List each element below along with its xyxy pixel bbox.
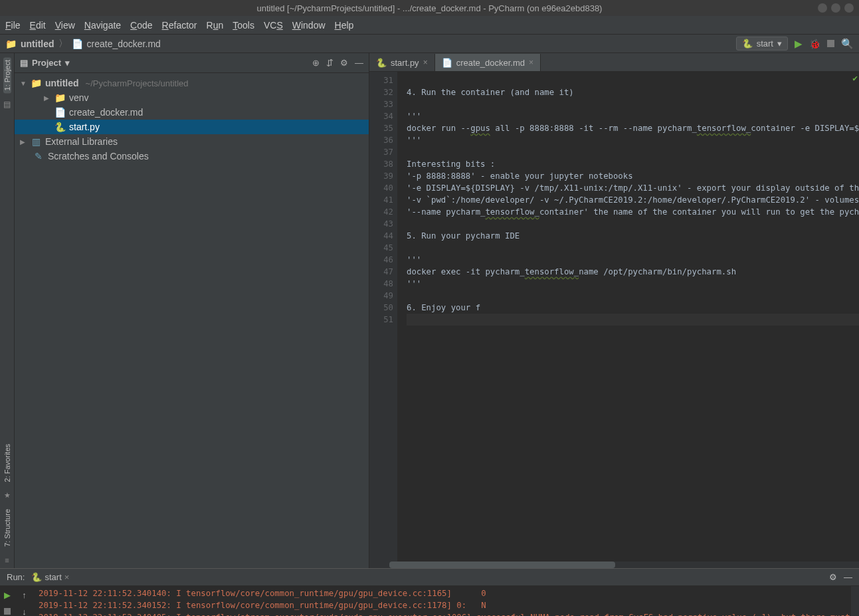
menu-bar: FileEditViewNavigateCodeRefactorRunTools… <box>0 16 859 35</box>
chevron-down-icon[interactable]: ▾ <box>65 58 70 68</box>
project-title: Project <box>32 58 61 68</box>
close-icon[interactable] <box>844 3 854 13</box>
md-icon: 📄 <box>54 107 65 118</box>
console-vscroll[interactable] <box>851 586 859 616</box>
tree-item-label: venv <box>69 92 89 103</box>
breadcrumb: 📁 untitled 〉 📄 create_docker.md <box>5 38 161 50</box>
python-icon: 🐍 <box>376 58 387 68</box>
menu-run[interactable]: Run <box>207 20 224 31</box>
crumb-sep: 〉 <box>58 38 68 50</box>
library-icon: ▥ <box>31 136 41 147</box>
tab-label: start.py <box>391 58 419 68</box>
md-icon: 📄 <box>72 39 83 49</box>
stop-button[interactable] <box>827 40 834 47</box>
crumb-file[interactable]: create_docker.md <box>87 39 161 49</box>
tree-item-venv[interactable]: ▶ 📁 venv <box>15 90 369 105</box>
run-panel: Run: 🐍 start × ⚙ — ▶ ▤ 📌 🗑 ↑ ↓ ↲ 🖶 2019-… <box>0 568 859 616</box>
tree-item-label: Scratches and Consoles <box>48 151 149 161</box>
hide-icon[interactable]: — <box>844 572 852 582</box>
folder-icon: 📁 <box>31 78 41 88</box>
tree-scratches[interactable]: ✎ Scratches and Consoles <box>15 149 369 163</box>
maximize-icon[interactable] <box>831 3 840 13</box>
chevron-down-icon: ▾ <box>777 39 782 49</box>
window-titlebar: untitled [~/PycharmProjects/untitled] - … <box>0 0 859 16</box>
python-icon: 🐍 <box>54 122 65 132</box>
gear-icon[interactable]: ⚙ <box>829 572 837 582</box>
nav-bar: 📁 untitled 〉 📄 create_docker.md 🐍 start … <box>0 35 859 53</box>
left-tool-stripe: 1: Project ▤ 2: Favorites ★ 7: Structure… <box>0 53 15 568</box>
hide-icon[interactable]: — <box>355 58 363 68</box>
rerun-button[interactable]: ▶ <box>4 590 11 600</box>
editor-area: 🐍start.py×📄create_docker.md× ✔ 313233343… <box>369 53 859 568</box>
tool-tab-favorites[interactable]: 2: Favorites <box>3 441 11 484</box>
tree-root[interactable]: ▼ 📁 untitled ~/PycharmProjects/untitled <box>15 76 369 90</box>
tree-item-label: start.py <box>69 122 100 132</box>
up-icon[interactable]: ↑ <box>22 590 27 600</box>
menu-vcs[interactable]: VCS <box>264 20 283 31</box>
minimize-icon[interactable] <box>818 3 827 13</box>
folder-icon[interactable]: ▤ <box>3 100 11 109</box>
run-config-label: start <box>757 39 773 49</box>
md-icon: 📄 <box>442 58 452 68</box>
project-icon: ▤ <box>20 58 28 68</box>
project-tree: ▼ 📁 untitled ~/PycharmProjects/untitled … <box>15 73 369 166</box>
crumb-root[interactable]: untitled <box>21 39 54 49</box>
run-title: Run: <box>7 572 25 582</box>
tree-item-md[interactable]: 📄 create_docker.md <box>15 105 369 120</box>
menu-help[interactable]: Help <box>335 20 354 31</box>
python-icon: 🐍 <box>31 572 42 582</box>
editor-tab[interactable]: 🐍start.py× <box>369 54 435 71</box>
tree-item-label: External Libraries <box>45 136 118 147</box>
console-output[interactable]: 2019-11-12 22:11:52.340140: I tensorflow… <box>35 586 851 616</box>
close-icon[interactable]: × <box>423 58 428 67</box>
editor-tab[interactable]: 📄create_docker.md× <box>435 54 541 71</box>
run-toolbar-primary: ▶ ▤ 📌 🗑 <box>0 586 15 616</box>
tool-tab-project[interactable]: 1: Project <box>3 57 11 93</box>
window-title: untitled [~/PycharmProjects/untitled] - … <box>257 3 603 13</box>
scratch-icon: ✎ <box>33 151 44 161</box>
ok-marker-icon: ✔ <box>852 73 858 83</box>
tree-extlibs[interactable]: ▶ ▥ External Libraries <box>15 134 369 149</box>
line-gutter: 3132333435363738394041424344454647484950… <box>369 72 397 562</box>
folder-icon: 📁 <box>54 92 65 103</box>
tree-item-label: create_docker.md <box>69 107 143 118</box>
tree-root-path: ~/PycharmProjects/untitled <box>86 78 189 88</box>
menu-refactor[interactable]: Refactor <box>162 20 197 31</box>
editor-hscroll[interactable] <box>369 562 859 568</box>
menu-edit[interactable]: Edit <box>30 20 46 31</box>
menu-window[interactable]: Window <box>292 20 326 31</box>
menu-file[interactable]: File <box>5 20 21 31</box>
code-area[interactable]: 4. Run the container (and name it) '''do… <box>397 72 859 562</box>
close-icon[interactable]: × <box>64 572 70 582</box>
target-icon[interactable]: ⊕ <box>312 58 320 68</box>
stop-button[interactable] <box>4 608 11 615</box>
run-toolbar-secondary: ↑ ↓ ↲ 🖶 <box>15 586 35 616</box>
menu-tools[interactable]: Tools <box>233 20 254 31</box>
run-config-selector[interactable]: 🐍 start ▾ <box>736 37 788 51</box>
python-icon: 🐍 <box>742 39 753 49</box>
project-panel: ▤ Project ▾ ⊕ ⇵ ⚙ — ▼ 📁 untitled ~/Pycha… <box>15 53 369 568</box>
tab-label: create_docker.md <box>456 58 525 68</box>
debug-button[interactable]: 🐞 <box>809 39 820 49</box>
menu-navigate[interactable]: Navigate <box>84 20 121 31</box>
gear-icon[interactable]: ⚙ <box>340 58 348 68</box>
run-tab[interactable]: 🐍 start × <box>31 572 69 582</box>
run-tab-label: start <box>45 572 61 582</box>
editor-tabs: 🐍start.py×📄create_docker.md× <box>369 53 859 72</box>
run-button[interactable]: ▶ <box>795 38 803 50</box>
close-icon[interactable]: × <box>529 58 533 67</box>
collapse-icon[interactable]: ⇵ <box>326 58 334 68</box>
menu-code[interactable]: Code <box>130 20 152 31</box>
search-icon[interactable]: 🔍 <box>841 38 854 50</box>
down-icon[interactable]: ↓ <box>22 607 27 616</box>
editor-body[interactable]: ✔ 31323334353637383940414243444546474849… <box>369 72 859 562</box>
main: 1: Project ▤ 2: Favorites ★ 7: Structure… <box>0 53 859 568</box>
menu-view[interactable]: View <box>55 20 75 31</box>
folder-icon: 📁 <box>5 39 17 49</box>
tree-item-py[interactable]: 🐍 start.py <box>15 120 369 134</box>
tree-root-name: untitled <box>45 78 79 88</box>
tool-tab-structure[interactable]: 7: Structure <box>3 506 11 550</box>
